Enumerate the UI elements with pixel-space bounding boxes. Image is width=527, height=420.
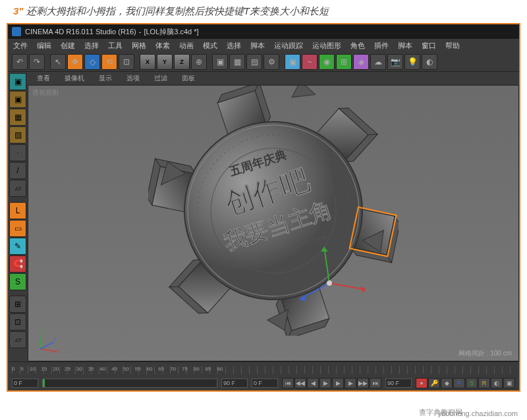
svg-marker-16 <box>361 286 366 293</box>
vp-menu-filter[interactable]: 过滤 <box>150 73 171 84</box>
rot-key-button[interactable]: R <box>478 378 490 388</box>
menu-tools[interactable]: 工具 <box>108 41 123 51</box>
keyframe-sel-button[interactable]: ◆ <box>441 378 453 388</box>
pos-key-button[interactable]: P <box>453 378 465 388</box>
last-tool[interactable]: ⊡ <box>119 54 134 70</box>
timeline-panel: 0 5 10 15 20 25 30 35 40 45 50 55 60 65 … <box>8 361 519 390</box>
current-frame-input[interactable] <box>252 379 278 388</box>
autokey-button[interactable]: 🔑 <box>428 378 440 388</box>
workplane-button[interactable]: ⊞ <box>9 296 26 313</box>
menu-file[interactable]: 文件 <box>13 41 28 51</box>
app-title: CINEMA 4D R16.011 Studio (R16) <box>25 28 136 36</box>
menu-select[interactable]: 选择 <box>84 41 99 51</box>
coord-system[interactable]: ⊕ <box>191 54 207 70</box>
menu-create[interactable]: 创建 <box>61 41 75 51</box>
prev-key-button[interactable]: ◀◀ <box>294 378 306 388</box>
menu-help[interactable]: 帮助 <box>445 41 460 51</box>
perspective-viewport[interactable]: 透视视图 <box>28 85 519 361</box>
deformer-button[interactable]: ◈ <box>353 54 369 70</box>
rotate-tool[interactable]: ⟲ <box>101 54 117 70</box>
playhead[interactable] <box>43 379 45 387</box>
workplane-mode[interactable]: ▨ <box>9 126 26 144</box>
play-backward-button[interactable]: ▶ <box>319 378 331 388</box>
menu-window[interactable]: 窗口 <box>422 41 436 51</box>
menu-volume[interactable]: 体素 <box>155 41 170 51</box>
locked-workplane[interactable]: ⊡ <box>9 313 26 330</box>
snap-toggle[interactable]: 🧲 <box>9 255 26 273</box>
timeline-scrubber[interactable] <box>42 379 217 388</box>
param-key-button[interactable]: ◐ <box>491 378 503 388</box>
range-end2-input[interactable] <box>385 379 412 388</box>
3d-model-badge: 五周年庆典 创作吧 我要当主角 CREATE ORIGINAL FICTION <box>148 86 399 336</box>
menu-select2[interactable]: 选择 <box>227 41 241 51</box>
menubar: 文件 编辑 创建 选择 工具 网格 体素 动画 模式 选择 脚本 运动跟踪 运动… <box>8 39 519 52</box>
play-forward-button[interactable]: ▶ <box>332 378 344 388</box>
nurbs-button[interactable]: ◉ <box>319 54 335 70</box>
menu-character[interactable]: 角色 <box>350 41 365 51</box>
model-mode[interactable]: ▣ <box>9 91 26 108</box>
tutorial-text: 还剩大拇指和小拇指，我们同样复制然后按快捷键T来变换大小和长短 <box>26 5 329 16</box>
prev-frame-button[interactable]: ◀ <box>307 378 319 388</box>
menu-scripts[interactable]: 脚本 <box>398 41 412 51</box>
range-end-input[interactable] <box>221 379 248 388</box>
viewport-solo[interactable]: ▭ <box>9 220 26 237</box>
svg-marker-9 <box>288 86 316 102</box>
tweak-mode[interactable]: ✎ <box>9 238 26 255</box>
z-axis-lock[interactable]: Z <box>174 54 190 70</box>
menu-edit[interactable]: 编辑 <box>37 41 51 51</box>
vp-menu-panel[interactable]: 面板 <box>178 73 199 84</box>
menu-mesh[interactable]: 网格 <box>132 41 146 51</box>
x-axis-lock[interactable]: X <box>140 54 155 70</box>
playback-controls: ⏮ ◀◀ ◀ ▶ ▶ ▶ ▶▶ ⏭ <box>282 378 381 388</box>
vp-menu-display[interactable]: 显示 <box>95 73 116 84</box>
next-key-button[interactable]: ▶▶ <box>357 378 369 388</box>
range-start-input[interactable] <box>12 379 38 388</box>
snap-settings[interactable]: S <box>9 273 26 290</box>
next-frame-button[interactable]: ▶ <box>345 378 356 388</box>
scale-key-button[interactable]: S <box>466 378 478 388</box>
render-view[interactable]: ▣ <box>212 54 228 70</box>
file-name: [LOL掉脑3.c4d *] <box>144 27 198 37</box>
texture-mode[interactable]: ▦ <box>9 109 26 126</box>
vp-menu-view[interactable]: 查看 <box>33 73 54 84</box>
goto-start-button[interactable]: ⏮ <box>282 378 294 388</box>
svg-line-23 <box>40 333 42 349</box>
scale-tool[interactable]: ◇ <box>84 54 100 70</box>
render-region[interactable]: ▤ <box>246 54 262 70</box>
pla-key-button[interactable]: ▣ <box>503 378 515 388</box>
point-mode[interactable]: · <box>9 144 26 161</box>
spline-pen[interactable]: ~ <box>302 54 318 70</box>
record-button[interactable]: ● <box>416 378 428 388</box>
menu-plugins[interactable]: 插件 <box>374 41 389 51</box>
render-picture[interactable]: ▦ <box>229 54 245 70</box>
planar-workplane[interactable]: ▱ <box>9 331 26 348</box>
menu-motion-track[interactable]: 运动跟踪 <box>274 41 303 51</box>
axis-button[interactable]: L <box>9 202 26 219</box>
menu-script[interactable]: 脚本 <box>250 41 265 51</box>
polygon-mode[interactable]: ▱ <box>9 180 26 197</box>
make-editable[interactable]: ▣ <box>9 73 26 90</box>
timeline-ruler[interactable]: 0 5 10 15 20 25 30 35 40 45 50 55 60 65 … <box>12 366 515 374</box>
svg-line-15 <box>329 283 366 290</box>
array-button[interactable]: ⊞ <box>336 54 352 70</box>
svg-line-22 <box>40 349 56 352</box>
camera-button[interactable]: 📷 <box>387 54 403 70</box>
menu-mograph[interactable]: 运动图形 <box>312 41 341 51</box>
move-tool[interactable]: ✥ <box>67 54 83 70</box>
y-axis-lock[interactable]: Y <box>157 54 173 70</box>
environment-button[interactable]: ☁ <box>370 54 386 70</box>
vp-menu-options[interactable]: 选项 <box>123 73 144 84</box>
key-controls: ● 🔑 ◆ P S R ◐ ▣ <box>416 378 515 388</box>
tag-button[interactable]: ◐ <box>422 54 437 70</box>
goto-end-button[interactable]: ⏭ <box>370 378 381 388</box>
menu-mode[interactable]: 模式 <box>203 41 217 51</box>
render-settings[interactable]: ⚙ <box>264 54 279 70</box>
light-button[interactable]: 💡 <box>404 54 420 70</box>
menu-animate[interactable]: 动画 <box>179 41 194 51</box>
undo-button[interactable]: ↶ <box>12 54 28 70</box>
select-tool[interactable]: ↖ <box>50 54 66 70</box>
edge-mode[interactable]: / <box>9 162 26 179</box>
redo-button[interactable]: ↷ <box>29 54 45 70</box>
vp-menu-camera[interactable]: 摄像机 <box>61 73 88 84</box>
primitive-cube[interactable]: ▣ <box>285 54 300 70</box>
